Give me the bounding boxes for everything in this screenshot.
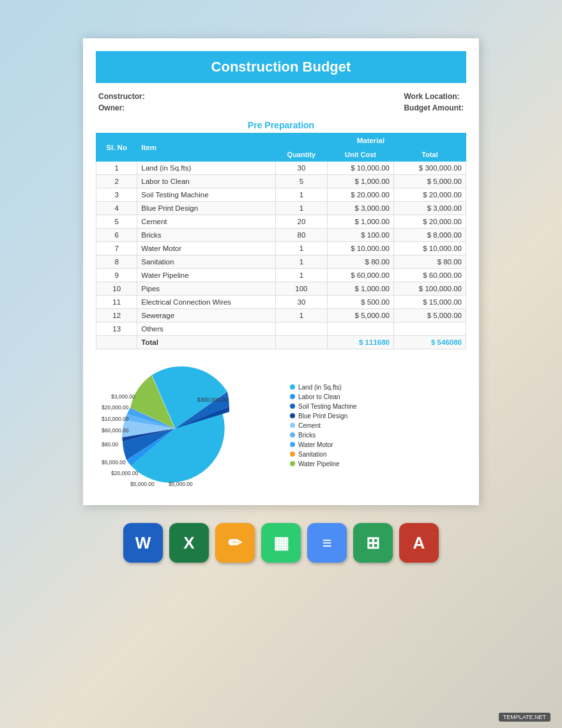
legend-dot (290, 423, 295, 428)
legend-item: Sanitation (290, 451, 357, 458)
table-row: 1 Land (in Sq.fts) 30 $ 10,000.00 $ 300,… (96, 162, 466, 175)
work-location-row: Work Location: (404, 92, 464, 101)
work-location-label: Work Location: (404, 92, 459, 101)
legend-dot (290, 451, 295, 457)
info-section: Constructor: Owner: Work Location: Budge… (96, 92, 466, 112)
cell-total: $ 60,000.00 (393, 269, 466, 282)
table-header-row: Sl. No Item Material (96, 133, 466, 148)
cell-unit-cost: $ 80.00 (328, 255, 394, 269)
chart-label-sewerage: $60,000.00 (102, 427, 129, 434)
cell-sl: 10 (96, 282, 137, 296)
cell-sl: 7 (96, 242, 137, 255)
cell-qty (275, 322, 327, 336)
cell-item: Sewerage (137, 309, 276, 322)
total-label: Total (137, 336, 276, 349)
legend-label: Blue Print Design (298, 413, 347, 420)
budget-amount-label: Budget Amount: (404, 103, 464, 112)
cell-unit-cost: $ 10,000.00 (328, 242, 394, 255)
constructor-label: Constructor: (98, 92, 145, 101)
cell-total: $ 20,000.00 (393, 215, 466, 229)
table-row: 9 Water Pipeline 1 $ 60,000.00 $ 60,000.… (96, 269, 466, 282)
legend-item: Water Pipeline (290, 460, 357, 467)
cell-sl: 13 (96, 322, 137, 336)
legend-dot (290, 404, 295, 409)
toolbar-gsheets[interactable]: ⊞ (353, 523, 393, 563)
budget-amount-row: Budget Amount: (404, 103, 464, 112)
legend-label: Labor to Clean (298, 393, 340, 400)
chart-legend: Land (in Sq.fts) Labor to Clean Soil Tes… (290, 384, 357, 467)
cell-qty: 20 (275, 215, 327, 229)
cell-sl: 11 (96, 296, 137, 309)
toolbar-word[interactable]: W (123, 523, 163, 563)
legend-dot (290, 384, 295, 390)
cell-qty: 100 (275, 282, 327, 296)
chart-label-labor: $5,000.00 (102, 459, 126, 466)
cell-total: $ 5,000.00 (393, 175, 466, 188)
chart-label-bricks: $3,000.00 (111, 393, 135, 400)
toolbar-gdocs[interactable]: ≡ (307, 523, 347, 563)
cell-item: Labor to Clean (137, 175, 276, 188)
cell-item: Sanitation (137, 255, 276, 269)
cell-total: $ 3,000.00 (393, 202, 466, 215)
legend-label: Land (in Sq.fts) (298, 384, 342, 391)
legend-item: Bricks (290, 432, 357, 439)
pie-chart: $300,000.00 $5,000.00 $80.00 $60,000.00 … (98, 358, 277, 492)
col-sl-no: Sl. No (96, 133, 137, 162)
cell-item: Others (137, 322, 276, 336)
cell-qty: 1 (275, 309, 327, 322)
info-left: Constructor: Owner: (98, 92, 145, 112)
cell-total (393, 322, 466, 336)
toolbar-numbers[interactable]: ▦ (261, 523, 301, 563)
table-row: 12 Sewerage 1 $ 5,000.00 $ 5,000.00 (96, 309, 466, 322)
table-row: 13 Others (96, 322, 466, 336)
cell-unit-cost: $ 10,000.00 (328, 162, 394, 175)
total-unit-cost: $ 111680 (328, 336, 394, 349)
legend-label: Soil Testing Machine (298, 403, 357, 410)
title-text: Construction Budget (211, 59, 351, 75)
cell-sl: 12 (96, 309, 137, 322)
cell-qty: 30 (275, 162, 327, 175)
chart-label-bp: $5,000.00 (130, 481, 155, 487)
toolbar-excel[interactable]: X (169, 523, 209, 563)
cell-item: Electrical Connection Wires (137, 296, 276, 309)
owner-label: Owner: (98, 103, 125, 112)
total-qty (275, 336, 327, 349)
cell-qty: 30 (275, 296, 327, 309)
cell-unit-cost: $ 3,000.00 (328, 202, 394, 215)
table-row: 3 Soil Testing Machine 1 $ 20,000.00 $ 2… (96, 188, 466, 202)
cell-total: $ 20,000.00 (393, 188, 466, 202)
cell-qty: 1 (275, 269, 327, 282)
table-row: 11 Electrical Connection Wires 30 $ 500.… (96, 296, 466, 309)
cell-unit-cost: $ 20,000.00 (328, 188, 394, 202)
cell-sl: 4 (96, 202, 137, 215)
legend-label: Water Pipeline (298, 460, 340, 467)
legend-label: Cement (298, 422, 321, 429)
table-row: 7 Water Motor 1 $ 10,000.00 $ 10,000.00 (96, 242, 466, 255)
cell-item: Water Motor (137, 242, 276, 255)
cell-unit-cost: $ 1,000.00 (328, 215, 394, 229)
section-title: Pre Preparation (96, 120, 466, 130)
cell-sl: 1 (96, 162, 137, 175)
cell-sl: 6 (96, 229, 137, 242)
cell-item: Land (in Sq.fts) (137, 162, 276, 175)
legend-dot (290, 461, 295, 466)
col-unit-cost: Unit Cost (328, 148, 394, 162)
legend-dot (290, 442, 295, 447)
legend-dot (290, 394, 295, 399)
col-quantity: Quantity (275, 148, 327, 162)
cell-item: Bricks (137, 229, 276, 242)
chart-label-cement: $20,000.00 (111, 470, 139, 476)
total-sl (96, 336, 137, 349)
toolbar: WX✏▦≡⊞A (0, 523, 562, 563)
cell-qty: 1 (275, 188, 327, 202)
cell-total: $ 100,000.00 (393, 282, 466, 296)
legend-item: Water Motor (290, 441, 357, 448)
toolbar-pdf[interactable]: A (399, 523, 439, 563)
table-row: 2 Labor to Clean 5 $ 1,000.00 $ 5,000.00 (96, 175, 466, 188)
table-row: 6 Bricks 80 $ 100.00 $ 8,000.00 (96, 229, 466, 242)
cell-item: Water Pipeline (137, 269, 276, 282)
table-row: 10 Pipes 100 $ 1,000.00 $ 100,000.00 (96, 282, 466, 296)
budget-table: Sl. No Item Material Quantity Unit Cost … (96, 133, 466, 349)
toolbar-pages[interactable]: ✏ (215, 523, 255, 563)
cell-sl: 2 (96, 175, 137, 188)
